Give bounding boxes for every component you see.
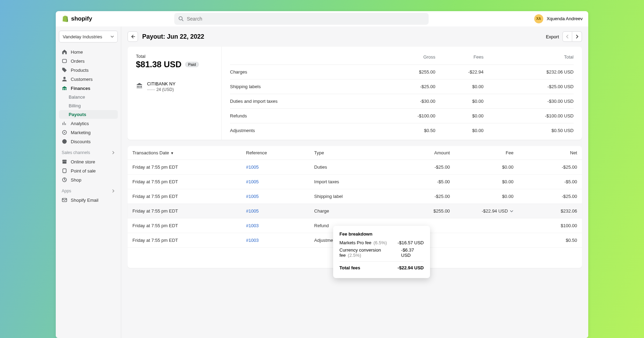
nav-shop[interactable]: Shop [59, 175, 118, 184]
back-button[interactable] [128, 31, 138, 42]
nav-pos[interactable]: Point of sale [59, 166, 118, 175]
sidebar: Vandelay Industries Home Orders Products… [56, 26, 121, 338]
orders-icon [62, 58, 67, 64]
popover-total-label: Total fees [339, 265, 360, 270]
svg-rect-2 [62, 59, 66, 63]
chevron-right-icon [575, 34, 579, 39]
nav-marketing[interactable]: Marketing [59, 128, 118, 137]
summary-table: Gross Fees Total Charges$255.00-$22.94$2… [230, 52, 574, 138]
sort-desc-icon: ▼ [170, 151, 174, 155]
pos-icon [62, 168, 67, 174]
brand-text: shopify [71, 15, 92, 22]
reference-link[interactable]: #1005 [246, 179, 259, 184]
reference-link[interactable]: #1005 [246, 208, 259, 214]
col-fees: Fees [435, 52, 483, 65]
bank-icon [136, 82, 143, 89]
nav-analytics[interactable]: Analytics [59, 119, 118, 128]
nav-orders[interactable]: Orders [59, 56, 118, 66]
search-box[interactable] [174, 13, 429, 25]
summary-row: Shipping labels-$25.00$0.00-$25.00 USD [230, 79, 574, 94]
transaction-row[interactable]: Friday at 7:55 pm EDT#1005Duties-$25.00$… [128, 160, 582, 175]
chevron-down-icon [110, 35, 114, 38]
col-fee[interactable]: Fee [455, 146, 519, 160]
popover-total-value: -$22.94 USD [398, 265, 424, 270]
bank-icon [62, 85, 67, 91]
nav-home[interactable]: Home [59, 47, 118, 56]
reference-link[interactable]: #1005 [246, 194, 259, 199]
store-selector[interactable]: Vandelay Industries [59, 31, 118, 43]
bank-name: CITIBANK NY [147, 81, 176, 86]
reference-link[interactable]: #1005 [246, 164, 259, 170]
search-input[interactable] [187, 16, 425, 22]
export-button[interactable]: Export [546, 34, 559, 39]
summary-row: Duties and import taxes-$30.00$0.00-$30.… [230, 94, 574, 109]
shop-icon [62, 177, 67, 183]
avatar: XA [534, 14, 543, 23]
summary-row: Adjustments$0.50$0.00$0.50 USD [230, 123, 574, 138]
summary-row: Refunds-$100.00$0.00-$100.00 USD [230, 109, 574, 123]
popover-row: Currency conversion fee(2.5%)-$6.37 USD [339, 247, 424, 258]
person-icon [62, 76, 67, 82]
prev-payout-button[interactable] [562, 31, 572, 42]
summary-card: Total $81.38 USD Paid CITIBANK NY ······… [128, 47, 582, 140]
shopify-bag-icon [61, 15, 69, 23]
svg-line-1 [182, 20, 184, 21]
apps-label[interactable]: Apps [59, 184, 118, 195]
nav-billing[interactable]: Billing [59, 101, 118, 110]
popover-row: Markets Pro fee(6.5%)-$16.57 USD [339, 240, 424, 245]
next-payout-button[interactable] [572, 31, 582, 42]
nav-shopify-email[interactable]: Shopify Email [59, 195, 118, 205]
col-ref[interactable]: Reference [241, 146, 309, 160]
status-badge: Paid [185, 62, 199, 67]
tag-icon [62, 67, 67, 73]
reference-link[interactable]: #1003 [246, 238, 259, 243]
email-icon [62, 197, 67, 203]
transaction-row[interactable]: Friday at 7:55 pm EDT#1005Import taxes-$… [128, 175, 582, 189]
store-name: Vandelay Industries [63, 34, 102, 39]
nav-customers[interactable]: Customers [59, 75, 118, 84]
nav-online-store[interactable]: Online store [59, 157, 118, 166]
discount-icon [62, 139, 67, 144]
total-label: Total [136, 54, 213, 59]
summary-row: Charges$255.00-$22.94$232.06 USD [230, 65, 574, 79]
nav-finances[interactable]: Finances [59, 84, 118, 93]
col-type[interactable]: Type [309, 146, 391, 160]
svg-rect-7 [63, 169, 66, 172]
nav-discounts[interactable]: Discounts [59, 137, 118, 146]
col-total: Total [484, 52, 574, 65]
transaction-row[interactable]: Friday at 7:55 pm EDT#1005Shipping label… [128, 189, 582, 204]
chevron-right-icon [112, 189, 115, 193]
main-content: Payout: Jun 22, 2022 Export Total $81.38… [121, 26, 588, 338]
svg-point-6 [62, 139, 67, 144]
store-icon [62, 159, 67, 164]
search-icon [178, 16, 184, 22]
chevron-left-icon [565, 34, 569, 39]
arrow-left-icon [130, 34, 136, 39]
chevron-right-icon [112, 151, 115, 154]
nav-products[interactable]: Products [59, 66, 118, 75]
bank-info: CITIBANK NY ······· 24 (USD) [136, 81, 213, 92]
chevron-down-icon [510, 209, 513, 213]
user-menu[interactable]: XA Xquenda Andreev [534, 14, 583, 23]
svg-point-5 [64, 132, 65, 133]
bank-account: ······· 24 (USD) [147, 87, 176, 92]
username: Xquenda Andreev [547, 16, 583, 21]
home-icon [62, 49, 67, 55]
col-amount[interactable]: Amount [391, 146, 455, 160]
nav-payouts[interactable]: Payouts [59, 110, 118, 119]
transaction-row[interactable]: Friday at 7:55 pm EDT#1005Charge$255.00-… [128, 204, 582, 218]
header-pager [562, 31, 582, 42]
svg-point-0 [179, 16, 182, 20]
col-gross: Gross [379, 52, 435, 65]
reference-link[interactable]: #1003 [246, 223, 259, 228]
page-title: Payout: Jun 22, 2022 [142, 33, 204, 40]
col-net[interactable]: Net [518, 146, 582, 160]
analytics-icon [62, 121, 67, 126]
shopify-logo[interactable]: shopify [61, 15, 92, 23]
target-icon [62, 130, 67, 135]
fee-breakdown-popover: Fee breakdown Markets Pro fee(6.5%)-$16.… [333, 226, 430, 278]
popover-title: Fee breakdown [339, 231, 424, 237]
sales-channels-label[interactable]: Sales channels [59, 146, 118, 157]
col-date[interactable]: Transactions Date▼ [128, 146, 241, 160]
nav-balance[interactable]: Balance [59, 93, 118, 101]
